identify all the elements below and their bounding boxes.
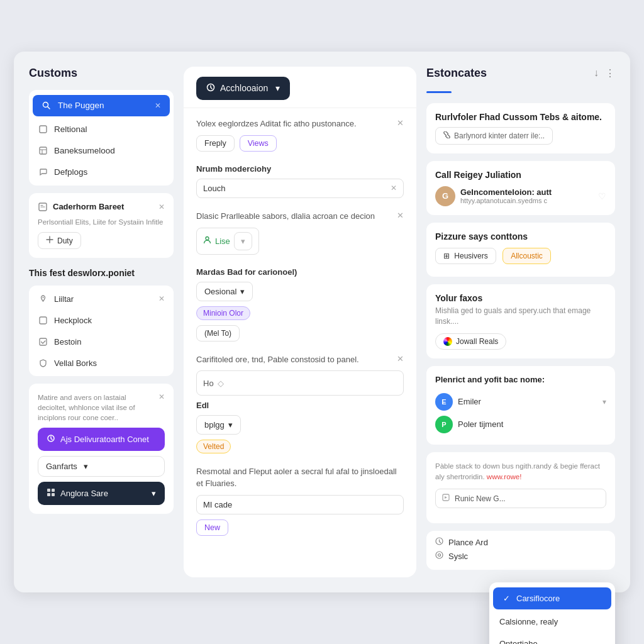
bottom-text: Pàble stack to down bus ngith.randy & be… bbox=[435, 461, 606, 483]
chat-icon bbox=[38, 167, 48, 177]
menu-item-defplogs[interactable]: Defplogs bbox=[29, 162, 174, 183]
ganfarts-button[interactable]: Ganfarts ▾ bbox=[38, 456, 165, 477]
field-section-5: ✕ Carifitoled ore, tnd, Pable constosid … bbox=[196, 354, 404, 454]
link-icon bbox=[443, 131, 450, 140]
tag-mel-to[interactable]: (Mel To) bbox=[196, 325, 240, 341]
person-name-emiler: Emiler bbox=[458, 397, 597, 406]
menu-item-reltional[interactable]: Reltional bbox=[29, 119, 174, 140]
assignee-label: Lise bbox=[215, 236, 230, 246]
svg-point-16 bbox=[206, 237, 209, 240]
top-card-title: Rurlvfoler Fhad Cussom Tebs & aitome. bbox=[435, 112, 606, 122]
close-section1[interactable]: ✕ bbox=[397, 118, 404, 128]
section5-select[interactable]: bplgg ▾ bbox=[196, 415, 241, 435]
svg-rect-2 bbox=[40, 126, 47, 133]
tag-velted[interactable]: Velted bbox=[196, 440, 231, 453]
condition-tag-2[interactable]: Allcoustic bbox=[502, 248, 551, 264]
section6-input-row bbox=[196, 495, 404, 514]
close-caderhorm[interactable]: ✕ bbox=[158, 203, 165, 211]
link-button[interactable]: Barlynord kinter daterr ile:.. bbox=[435, 127, 553, 145]
assignee-btn[interactable]: Lise ▾ bbox=[196, 228, 259, 255]
person-name-poler: Poler tijment bbox=[458, 419, 606, 429]
submenu-bestoin-label: Bestoin bbox=[54, 337, 81, 347]
section5-desc: Carifitoled ore, tnd, Pable constosid to… bbox=[196, 354, 404, 366]
svg-rect-12 bbox=[52, 489, 55, 492]
avatar-poler: P bbox=[435, 416, 453, 433]
tag-new[interactable]: New bbox=[196, 519, 228, 536]
section6-input[interactable] bbox=[203, 500, 397, 509]
svg-point-7 bbox=[42, 297, 43, 298]
close-matire[interactable]: ✕ bbox=[158, 392, 165, 401]
condition-tag-1[interactable]: ⊞ Heusivers bbox=[435, 248, 496, 264]
caderhorm-card: Caderhorm Bareet ✕ Perlsontiall Elits, L… bbox=[29, 193, 174, 258]
pin-icon bbox=[38, 294, 48, 304]
dropdown-item-ontertiahe[interactable]: Ontertiahe bbox=[489, 633, 615, 644]
submenu-bestoin[interactable]: Bestoin bbox=[29, 331, 174, 352]
matire-card: Matire and avers on lastaial decioltet, … bbox=[29, 384, 174, 514]
emiler-chevron[interactable]: ▾ bbox=[602, 397, 606, 406]
submenu-liiltar[interactable]: Liiltar ✕ bbox=[29, 288, 174, 309]
section2-label: Nrumb moderciohy bbox=[196, 164, 404, 174]
matire-header: Matire and avers on lastaial decioltet, … bbox=[38, 392, 165, 423]
colorful-tag[interactable]: Jowall Reals bbox=[435, 333, 506, 350]
chevron-down-icon: ▾ bbox=[84, 462, 88, 471]
submenu-vellal-borks-label: Vellal Borks bbox=[54, 358, 97, 368]
dropdown-overlay: ✓ Carsiflocore Calsionne, realy Ontertia… bbox=[489, 582, 615, 644]
check-icon: ✓ bbox=[503, 594, 510, 603]
clear-section2[interactable]: ✕ bbox=[391, 184, 397, 192]
call-person-name: GeIncomenteloion: autt bbox=[460, 187, 593, 197]
anglora-sare-button[interactable]: Anglora Sare ▾ bbox=[38, 482, 165, 505]
main-container: Customs The Puggen ✕ Reltional bbox=[14, 52, 630, 592]
dropdown-item-calsionne[interactable]: Calsionne, realy bbox=[489, 611, 615, 633]
acchlooaion-dropdown[interactable]: Acchlooaion ▾ bbox=[196, 77, 290, 100]
acchlooaion-label: Acchlooaion bbox=[220, 83, 268, 93]
svg-rect-8 bbox=[40, 317, 47, 324]
purple-button[interactable]: Ajs Delivuratoarth Conet bbox=[38, 428, 165, 451]
heart-icon[interactable]: ♡ bbox=[598, 191, 606, 201]
this-fest-title: This fest deswlorx.poniet bbox=[29, 268, 174, 278]
close-liiltar[interactable]: ✕ bbox=[158, 294, 165, 303]
tag-views[interactable]: Views bbox=[240, 135, 277, 152]
section2-input[interactable] bbox=[203, 184, 387, 193]
run-row: Runic New G... bbox=[435, 489, 606, 508]
grid-sm-icon: ⊞ bbox=[443, 252, 450, 260]
section4-mel-row: (Mel To) bbox=[196, 325, 404, 341]
submenu-heckplock[interactable]: Heckplock bbox=[29, 309, 174, 331]
bottom-link[interactable]: www.rowe! bbox=[487, 473, 522, 480]
call-person-row: G GeIncomenteloion: autt httyy.aptanotuc… bbox=[435, 186, 606, 206]
svg-rect-13 bbox=[47, 493, 50, 496]
person-card-title: Plenrict and yofit bac nome: bbox=[435, 375, 606, 384]
section1-tags: Freply Views bbox=[196, 135, 404, 152]
section4-label: Mardas Bad for carionoel) bbox=[196, 267, 404, 277]
anglora-label: Anglora Sare bbox=[60, 489, 108, 498]
sys-icon bbox=[435, 551, 443, 561]
submenu-vellal-borks[interactable]: Vellal Borks bbox=[29, 352, 174, 374]
dropdown-item-carsiflocore[interactable]: ✓ Carsiflocore bbox=[493, 587, 611, 609]
close-the-puggen[interactable]: ✕ bbox=[155, 101, 161, 110]
menu-item-baneksumelood[interactable]: Baneksumelood bbox=[29, 140, 174, 162]
field-section-3: ✕ Dlasic Prarlleable sabors, dlalia acro… bbox=[196, 211, 404, 255]
sort-icon[interactable]: ↓ bbox=[594, 67, 599, 79]
faxos-title: Yolur faxos bbox=[435, 293, 606, 303]
dropdown-label-carsiflocore: Carsiflocore bbox=[516, 594, 560, 603]
close-section5[interactable]: ✕ bbox=[397, 354, 404, 364]
more-icon[interactable]: ⋮ bbox=[605, 67, 615, 79]
field-section-6: Resmotal and Fleput aoler a secral ful a… bbox=[196, 466, 404, 536]
section5-input[interactable]: Ho ◇ bbox=[196, 370, 404, 396]
section5-chevron: ▾ bbox=[228, 420, 233, 430]
bottom-card: Pàble stack to down bus ngith.randy & be… bbox=[426, 452, 615, 524]
shield-icon bbox=[38, 358, 48, 368]
right-panel: Estoncates ↓ ⋮ Rurlvfoler Fhad Cussom Te… bbox=[426, 67, 615, 577]
clock-icon bbox=[206, 83, 215, 94]
right-header-icons: ↓ ⋮ bbox=[594, 67, 615, 79]
section5-label2: Edl bbox=[196, 401, 404, 410]
dropdown-label-ontertiahe: Ontertiahe bbox=[499, 639, 538, 644]
section5-select-value: bplgg bbox=[204, 420, 225, 430]
caderhorm-icon bbox=[38, 202, 48, 212]
duty-button[interactable]: Duty bbox=[38, 232, 81, 249]
menu-item-the-puggen[interactable]: The Puggen ✕ bbox=[33, 95, 170, 116]
close-section3[interactable]: ✕ bbox=[397, 211, 404, 220]
tag-freply[interactable]: Freply bbox=[196, 135, 235, 152]
section4-select[interactable]: Oesional ▾ bbox=[196, 282, 253, 301]
call-person-link: httyy.aptanotucain.syedms c bbox=[460, 197, 593, 204]
tag-minioin-olor[interactable]: Minioin Olor bbox=[196, 306, 250, 320]
